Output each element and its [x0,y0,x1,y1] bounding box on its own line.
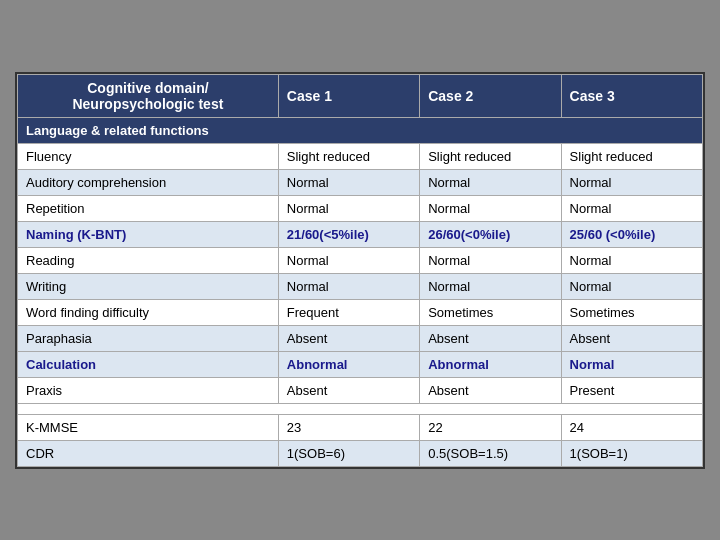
table-row: Fluency Slight reduced Slight reduced Sl… [18,143,703,169]
table-row: Naming (K-BNT) 21/60(<5%ile) 26/60(<0%il… [18,221,703,247]
table-row: Auditory comprehension Normal Normal Nor… [18,169,703,195]
col-header-case1: Case 1 [278,74,419,117]
row-case2: Absent [420,377,561,403]
col-header-case3: Case 3 [561,74,702,117]
row-case1: 1(SOB=6) [278,440,419,466]
row-case3: Normal [561,351,702,377]
row-case3: 1(SOB=1) [561,440,702,466]
row-domain: Praxis [18,377,279,403]
row-case1: Frequent [278,299,419,325]
col-header-domain: Cognitive domain/ Neuropsychologic test [18,74,279,117]
row-case3: Normal [561,195,702,221]
row-case1: Normal [278,195,419,221]
row-case2: 22 [420,414,561,440]
row-case2: Normal [420,247,561,273]
row-case2: Normal [420,169,561,195]
row-domain: Fluency [18,143,279,169]
row-domain: CDR [18,440,279,466]
row-case3: Sometimes [561,299,702,325]
col-header-case2: Case 2 [420,74,561,117]
row-case2: Abnormal [420,351,561,377]
row-case2: 26/60(<0%ile) [420,221,561,247]
row-case1: Absent [278,377,419,403]
row-domain: Auditory comprehension [18,169,279,195]
table-row: Praxis Absent Absent Present [18,377,703,403]
row-case3: 25/60 (<0%ile) [561,221,702,247]
section-header-row: Language & related functions [18,117,703,143]
row-case2: Normal [420,195,561,221]
row-case3: Normal [561,247,702,273]
row-case2: 0.5(SOB=1.5) [420,440,561,466]
table-row: Repetition Normal Normal Normal [18,195,703,221]
table-row: Paraphasia Absent Absent Absent [18,325,703,351]
main-table-container: Cognitive domain/ Neuropsychologic test … [15,72,705,469]
row-case3: Normal [561,273,702,299]
row-case1: Normal [278,169,419,195]
row-domain: Naming (K-BNT) [18,221,279,247]
spacer-row [18,403,703,414]
table-row: Reading Normal Normal Normal [18,247,703,273]
row-domain: Reading [18,247,279,273]
table-row: Word finding difficulty Frequent Sometim… [18,299,703,325]
row-case1: Abnormal [278,351,419,377]
row-domain: Repetition [18,195,279,221]
row-domain: K-MMSE [18,414,279,440]
row-case1: 21/60(<5%ile) [278,221,419,247]
row-domain: Writing [18,273,279,299]
table-row-bottom: K-MMSE 23 22 24 [18,414,703,440]
section-label: Language & related functions [18,117,703,143]
row-case3: 24 [561,414,702,440]
table-row: Calculation Abnormal Abnormal Normal [18,351,703,377]
row-case1: Normal [278,273,419,299]
row-domain: Calculation [18,351,279,377]
row-domain: Word finding difficulty [18,299,279,325]
table-header-row: Cognitive domain/ Neuropsychologic test … [18,74,703,117]
table-row: Writing Normal Normal Normal [18,273,703,299]
row-case2: Absent [420,325,561,351]
row-case1: 23 [278,414,419,440]
row-case2: Slight reduced [420,143,561,169]
row-case2: Sometimes [420,299,561,325]
row-case3: Present [561,377,702,403]
row-domain: Paraphasia [18,325,279,351]
row-case3: Normal [561,169,702,195]
row-case2: Normal [420,273,561,299]
row-case3: Slight reduced [561,143,702,169]
table-row-bottom: CDR 1(SOB=6) 0.5(SOB=1.5) 1(SOB=1) [18,440,703,466]
row-case1: Normal [278,247,419,273]
row-case1: Slight reduced [278,143,419,169]
row-case3: Absent [561,325,702,351]
row-case1: Absent [278,325,419,351]
